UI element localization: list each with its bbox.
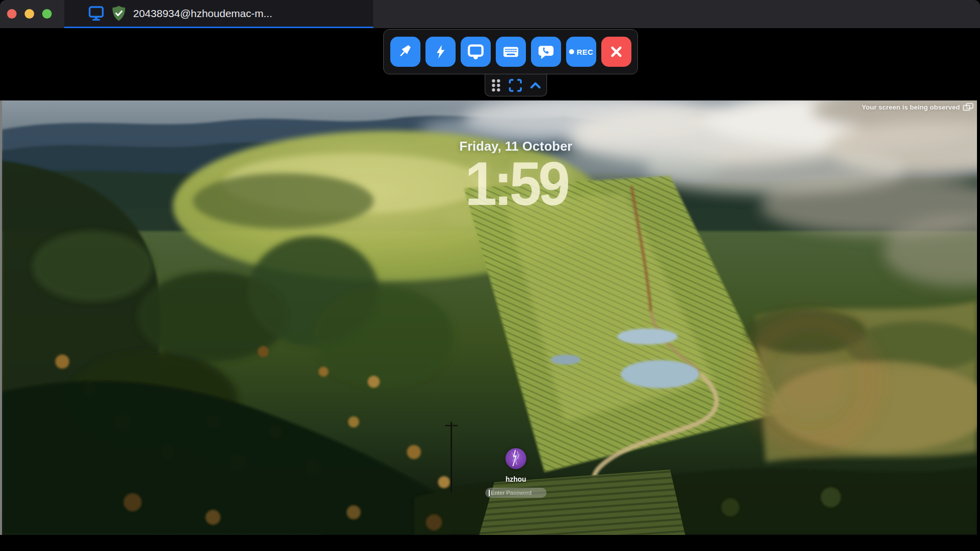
performance-toolbar-button[interactable]: [425, 37, 456, 67]
avatar-lightning-image: [505, 448, 526, 469]
lock-screen-clock: 1:59: [421, 157, 610, 211]
username-label: hzhou: [505, 475, 526, 483]
record-icon: [569, 49, 574, 54]
fullscreen-icon: [509, 79, 522, 92]
toolbar-quickbar: [485, 74, 547, 96]
display-toolbar-button[interactable]: [461, 37, 491, 67]
login-area: hzhou: [441, 448, 591, 498]
screen-observed-text: Your screen is being observed: [861, 103, 960, 111]
session-tab-title: 20438934@hzhoudemac-m...: [133, 8, 272, 20]
password-field-wrap: [485, 488, 547, 498]
collapse-toolbar-button[interactable]: [529, 80, 542, 91]
lock-screen-datetime: Friday, 11 October 1:59: [415, 139, 616, 211]
remote-screen: Your screen is being observed Friday, 11…: [2, 100, 977, 535]
fullscreen-button[interactable]: [509, 79, 522, 92]
observed-screens-icon: [963, 103, 973, 111]
collapse-chevron-icon: [529, 80, 542, 91]
record-label: REC: [577, 48, 593, 56]
traffic-lights: [7, 9, 52, 19]
text-caret: [489, 490, 490, 496]
keyboard-icon: [502, 43, 520, 61]
grid-dots-icon: [490, 78, 502, 93]
zoom-window-button[interactable]: [42, 9, 52, 19]
display-icon: [467, 43, 485, 61]
call-chat-toolbar-button[interactable]: [531, 37, 561, 67]
pin-icon: [397, 43, 414, 60]
pin-toolbar-button[interactable]: [390, 37, 420, 67]
keyboard-toolbar-button[interactable]: [496, 37, 526, 67]
shield-check-icon: [111, 5, 127, 22]
call-chat-icon: [537, 43, 555, 60]
grid-dots-handle[interactable]: [490, 78, 502, 93]
close-window-button[interactable]: [7, 9, 17, 19]
password-input[interactable]: [485, 488, 547, 498]
display-icon: [88, 6, 104, 21]
minimize-window-button[interactable]: [25, 9, 34, 19]
close-session-icon: [608, 44, 624, 60]
user-avatar[interactable]: [505, 448, 526, 469]
screen-observed-notice: Your screen is being observed: [861, 103, 973, 111]
close-session-toolbar-button[interactable]: [601, 37, 631, 67]
window-title-bar: 20438934@hzhoudemac-m...: [0, 0, 980, 28]
remote-control-toolbar: REC: [383, 29, 638, 74]
session-tab[interactable]: 20438934@hzhoudemac-m...: [64, 0, 373, 28]
record-toolbar-button[interactable]: REC: [566, 37, 596, 67]
lightning-icon: [432, 44, 449, 60]
